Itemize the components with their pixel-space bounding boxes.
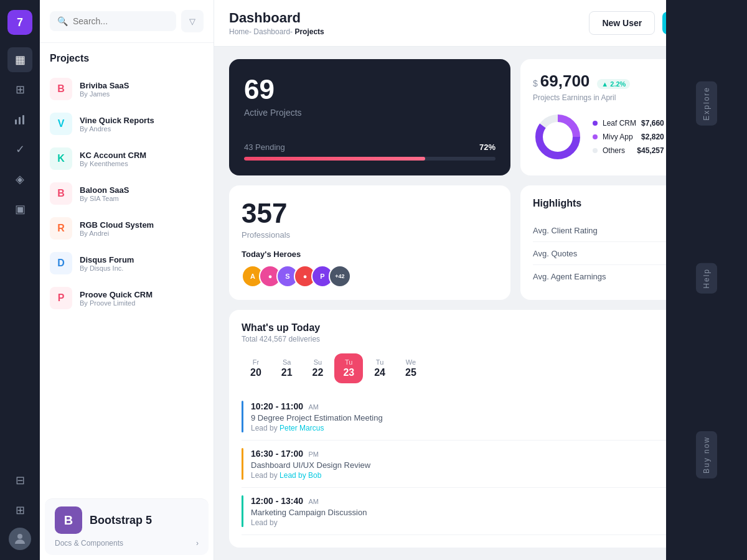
day-number: 20: [250, 367, 261, 378]
sidebar-item-briviba[interactable]: B Briviba SaaS By James: [45, 72, 209, 106]
sidebar-item-disqus[interactable]: D Disqus Forum By Disqus Inc.: [45, 246, 209, 281]
sidebar-item-baloon[interactable]: B Baloon SaaS By SIA Team: [45, 176, 209, 211]
event-lead: Lead by Peter Marcus: [251, 424, 676, 432]
nav-avatar[interactable]: 7: [7, 10, 32, 35]
day-item[interactable]: Fr 20: [242, 353, 270, 383]
event-lead-link[interactable]: Lead by Bob: [280, 471, 321, 480]
day-name: Sa: [283, 358, 291, 366]
pending-row: 43 Pending 72%: [244, 142, 496, 152]
nav-icon-grid2[interactable]: ⊞: [7, 498, 32, 523]
professionals-card: 357 Professionals Today's Heroes A●S●P+4…: [229, 185, 510, 300]
event-lead-link[interactable]: Peter Marcus: [280, 424, 324, 432]
project-icon: D: [50, 252, 72, 274]
project-info: Briviba SaaS By James: [80, 81, 204, 98]
legend-dot: [593, 121, 598, 126]
legend-amount: $45,257: [637, 146, 664, 155]
filter-button[interactable]: ▽: [181, 10, 204, 32]
breadcrumb-active: Projects: [294, 27, 324, 36]
highlight-key: Avg. Agent Earnings: [533, 272, 606, 281]
nav-icon-box[interactable]: ▣: [7, 197, 32, 222]
bootstrap-label: Bootstrap 5: [90, 514, 152, 527]
avatars-row: A●S●P+42: [242, 265, 498, 287]
currency-symbol: $: [533, 78, 538, 88]
left-navigation: 7 ▦ ⊞ ✓ ◈ ▣ ⊟ ⊞: [0, 0, 40, 560]
sidebar-search-bar: 🔍 ▽: [40, 0, 214, 43]
project-by: By Proove Limited: [80, 299, 204, 307]
professionals-number: 357: [242, 198, 498, 229]
donut-chart: [533, 112, 583, 162]
breadcrumb-dashboard[interactable]: Dashboard-: [253, 27, 293, 36]
day-number: 21: [281, 367, 293, 378]
svg-point-3: [17, 534, 22, 539]
project-icon: B: [50, 78, 72, 100]
whatsup-info: What's up Today Total 424,567 deliveries: [242, 322, 320, 343]
sidebar-item-proove[interactable]: P Proove Quick CRM By Proove Limited: [45, 281, 209, 315]
legend-name: Mivy App: [603, 133, 633, 141]
nav-icon-grid[interactable]: ⊞: [7, 77, 32, 102]
nav-icon-check[interactable]: ✓: [7, 137, 32, 162]
breadcrumb-home[interactable]: Home-: [229, 27, 251, 36]
legend-dot: [593, 148, 598, 153]
progress-bar-bg: [244, 157, 496, 161]
sidebar-footer: B Bootstrap 5 Docs & Components ›: [45, 498, 209, 555]
highlight-key: Avg. Client Rating: [533, 226, 598, 235]
event-ampm: AM: [309, 403, 319, 411]
user-avatar[interactable]: [9, 528, 31, 550]
day-number: 25: [405, 367, 416, 378]
sidebar-item-rgb[interactable]: R RGB Cloud System By Andrei: [45, 211, 209, 246]
event-bar: [242, 401, 243, 432]
event-title: Dashboard UI/UX Design Review: [251, 460, 676, 470]
page-title: Dashboard: [229, 10, 324, 26]
avatar-circle: +42: [329, 265, 351, 287]
days-row: Fr 20 Sa 21 Su 22 Tu 23 Tu 24 We 25: [242, 353, 720, 383]
nav-icon-layers[interactable]: ◈: [7, 167, 32, 192]
day-item[interactable]: Su 22: [304, 353, 332, 383]
legend-amount: $7,660: [641, 119, 664, 128]
day-name: Tu: [345, 358, 352, 366]
progress-bar-fill: [244, 157, 425, 161]
sidebar-item-vine[interactable]: V Vine Quick Reports By Andres: [45, 106, 209, 141]
docs-link[interactable]: Docs & Components ›: [55, 539, 199, 548]
professionals-label: Professionals: [242, 230, 498, 240]
project-by: By SIA Team: [80, 195, 204, 202]
help-button[interactable]: Help: [696, 263, 717, 294]
sidebar-title: Projects: [40, 43, 214, 69]
day-name: Fr: [253, 358, 259, 366]
day-item[interactable]: Sa 21: [273, 353, 301, 383]
legend-item: Leaf CRM $7,660: [593, 119, 664, 128]
sidebar-item-kc[interactable]: K KC Account CRM By Keenthemes: [45, 141, 209, 176]
project-info: Proove Quick CRM By Proove Limited: [80, 290, 204, 307]
active-projects-label: Active Projects: [244, 108, 496, 118]
project-name: Vine Quick Reports: [80, 116, 204, 125]
project-name: RGB Cloud System: [80, 220, 204, 230]
whatsup-subtitle: Total 424,567 deliveries: [242, 335, 320, 343]
bootstrap-card: B Bootstrap 5: [55, 506, 199, 534]
day-name: Su: [314, 358, 322, 366]
nav-icon-chart[interactable]: [7, 107, 32, 132]
search-input[interactable]: [73, 16, 169, 26]
right-panel: Explore Help Buy now: [666, 0, 747, 560]
event-ampm: AM: [309, 498, 319, 505]
event-title: Marketing Campaign Discussion: [251, 508, 676, 517]
day-item[interactable]: We 25: [397, 353, 425, 383]
nav-icon-dashboard[interactable]: ▦: [7, 47, 32, 72]
legend-item: Mivy App $2,820: [593, 133, 664, 141]
earnings-amount: 69,700: [540, 72, 590, 91]
day-number: 24: [374, 367, 385, 378]
bootstrap-icon: B: [55, 506, 82, 534]
event-ampm: PM: [309, 450, 319, 458]
buy-now-button[interactable]: Buy now: [696, 431, 717, 478]
project-icon: B: [50, 182, 72, 205]
project-name: KC Account CRM: [80, 151, 204, 160]
whatsup-card: What's up Today Total 424,567 deliveries…: [229, 310, 732, 548]
event-lead: Lead by Lead by Bob: [251, 471, 676, 480]
active-projects-card: 69 Active Projects 43 Pending 72%: [229, 59, 510, 175]
day-item[interactable]: Tu 24: [365, 353, 394, 383]
search-container[interactable]: 🔍: [50, 11, 176, 31]
search-icon: 🔍: [57, 16, 68, 26]
day-item[interactable]: Tu 23: [334, 353, 363, 383]
svg-rect-2: [22, 115, 24, 124]
nav-icon-monitor[interactable]: ⊟: [7, 468, 32, 493]
explore-button[interactable]: Explore: [696, 82, 717, 126]
new-user-button[interactable]: New User: [589, 11, 655, 35]
